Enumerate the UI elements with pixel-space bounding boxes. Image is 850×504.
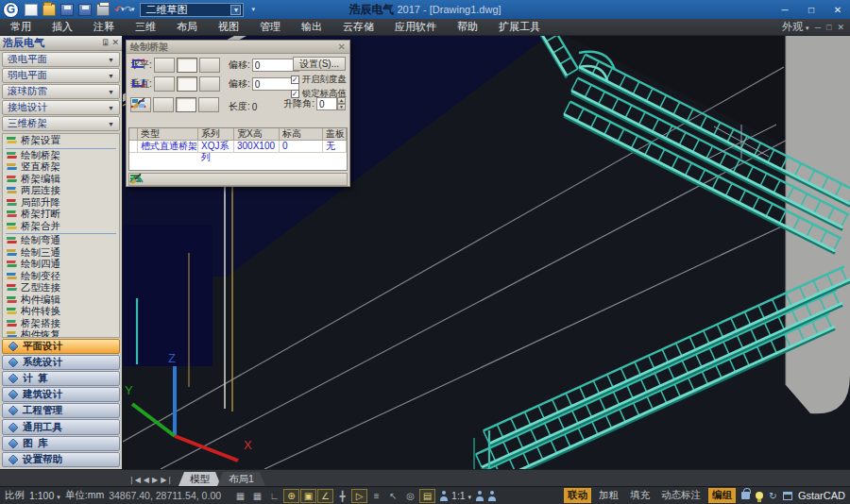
menu-云存储[interactable]: 云存储 <box>332 19 384 35</box>
tool-构件转换[interactable]: 构件转换 <box>3 306 119 318</box>
toggle-填充[interactable]: 填充 <box>626 488 654 503</box>
category-设置帮助[interactable]: 设置帮助 <box>2 452 120 467</box>
dialog-close-icon[interactable]: ✕ <box>338 42 346 52</box>
palette-dropdown-接地设计[interactable]: 接地设计▼ <box>2 100 120 115</box>
minimize-button[interactable]: ─ <box>773 1 797 18</box>
doc-close-button[interactable]: ✕ <box>837 23 844 32</box>
ucs-icon[interactable]: ╋ <box>334 489 350 503</box>
app-logo-icon[interactable]: G <box>3 2 19 18</box>
osnap-icon[interactable]: ▣ <box>300 489 316 503</box>
plot-icon[interactable] <box>96 4 110 16</box>
scale-selector[interactable]: 1:100 ▾ <box>29 490 60 501</box>
menu-注释[interactable]: 注释 <box>83 19 125 35</box>
doc-restore-button[interactable]: □ <box>826 23 831 32</box>
dial-checkbox-row[interactable]: ✓ 开启刻度盘 <box>291 74 348 86</box>
v-align-center-button[interactable] <box>177 76 197 92</box>
polar-icon[interactable]: ⊕ <box>283 489 299 503</box>
workspace-combobox[interactable]: 二维草图 ▼ <box>140 3 244 17</box>
menu-常用[interactable]: 常用 <box>0 19 42 35</box>
tool-局部升降[interactable]: 局部升降 <box>3 197 119 210</box>
h-align-right-button[interactable] <box>199 58 220 73</box>
dyn-input-icon[interactable]: ▷ <box>351 489 367 503</box>
annotation-auto-icon[interactable] <box>475 491 484 501</box>
toggle-动态标注[interactable]: 动态标注 <box>657 488 705 503</box>
menu-输出[interactable]: 输出 <box>291 19 332 35</box>
new-icon[interactable] <box>25 4 38 16</box>
maximize-button[interactable]: □ <box>799 1 824 18</box>
match-brush-button[interactable] <box>198 97 219 112</box>
tool-乙型连接[interactable]: 乙型连接 <box>3 282 119 294</box>
v-align-left-button[interactable] <box>154 76 175 92</box>
h-align-center-button[interactable] <box>177 58 197 73</box>
zoom-icon[interactable]: ◎ <box>402 489 418 503</box>
snap-icon[interactable]: ▦ <box>249 489 265 503</box>
open-icon[interactable] <box>42 4 56 16</box>
category-建筑设计[interactable]: 建筑设计 <box>2 387 120 402</box>
category-通用工具[interactable]: 通用工具 <box>2 419 120 434</box>
angle-input[interactable] <box>316 97 337 110</box>
menu-布局[interactable]: 布局 <box>166 19 208 35</box>
save-icon[interactable] <box>60 4 74 16</box>
table-row[interactable]: 槽式直通桥架XQJ系列300X1000无 <box>129 141 347 153</box>
annotation-scale-selector[interactable]: 1:1 ▾ <box>451 490 471 501</box>
toolbar-overflow-icon[interactable]: ▾ <box>251 6 255 13</box>
offset-h-input[interactable] <box>252 59 299 72</box>
toggle-编组[interactable]: 编组 <box>708 488 736 503</box>
grid-icon[interactable]: ▦ <box>232 489 248 503</box>
tool-桥架合并[interactable]: 桥架合并 <box>3 221 119 233</box>
toggle-联动[interactable]: 联动 <box>564 488 591 503</box>
fullscreen-icon[interactable] <box>783 492 792 500</box>
tool-两层连接[interactable]: 两层连接 <box>3 185 119 197</box>
tool-构件恢复[interactable]: 构件恢复 <box>3 329 119 338</box>
tool-绘制三通[interactable]: 绘制三通 <box>3 247 119 260</box>
annotation-add-icon[interactable] <box>487 491 496 501</box>
tool-绘制四通[interactable]: 绘制四通 <box>3 259 119 271</box>
save-as-icon[interactable] <box>78 4 92 16</box>
category-计算[interactable]: 计 算 <box>2 371 120 386</box>
combobox-arrow-icon[interactable]: ▼ <box>230 5 241 15</box>
fall-mode-button[interactable] <box>153 97 174 112</box>
palette-dropdown-强电平面[interactable]: 强电平面▼ <box>2 52 120 67</box>
doc-minimize-button[interactable]: ─ <box>815 23 821 32</box>
palette-dropdown-弱电平面[interactable]: 弱电平面▼ <box>2 68 120 83</box>
settings-button[interactable]: 设置(S)... <box>293 57 346 71</box>
menu-视图[interactable]: 视图 <box>208 19 249 35</box>
lineweight-icon[interactable]: ≡ <box>368 489 384 503</box>
row-selector[interactable] <box>129 141 138 153</box>
grid-mode-button[interactable] <box>176 97 196 112</box>
tool-绘制变径[interactable]: 绘制变径 <box>3 271 119 283</box>
appearance-menu[interactable]: 外观 ▾ <box>782 20 809 34</box>
tool-绘制桥架[interactable]: 绘制桥架 <box>3 150 119 162</box>
tool-桥架编辑[interactable]: 桥架编辑 <box>3 174 119 186</box>
tool-桥架搭接[interactable]: 桥架搭接 <box>3 318 119 330</box>
toolbar-lock-icon[interactable] <box>741 492 750 499</box>
otrack-icon[interactable]: ∠ <box>317 489 333 503</box>
tool-竖直桥架[interactable]: 竖直桥架 <box>3 161 119 174</box>
viewport-canvas[interactable]: ZXY 绘制桥架 ✕ 水平: 偏移: 设置 <box>123 36 850 469</box>
v-align-right-button[interactable] <box>199 76 220 92</box>
category-平面设计[interactable]: 平面设计 <box>2 339 120 354</box>
clean-screen-icon[interactable] <box>756 492 763 499</box>
dial-checkbox[interactable]: ✓ <box>291 76 299 84</box>
angle-spin-up-icon[interactable]: ▲ <box>337 97 346 104</box>
last-tab-icon[interactable]: ▶❘ <box>161 476 173 484</box>
menu-应用软件[interactable]: 应用软件 <box>384 19 447 35</box>
menu-三维[interactable]: 三维 <box>125 19 166 35</box>
close-button[interactable]: ✕ <box>825 1 850 18</box>
menu-管理[interactable]: 管理 <box>249 19 291 35</box>
menu-插入[interactable]: 插入 <box>42 19 83 35</box>
first-tab-icon[interactable]: ❘◀ <box>128 476 141 484</box>
pin-icon[interactable]: ⍗ <box>103 38 108 48</box>
menu-帮助[interactable]: 帮助 <box>447 19 488 35</box>
properties-icon[interactable]: ▤ <box>419 489 435 503</box>
redo-dropdown-icon[interactable]: ▾ <box>131 6 135 13</box>
category-工程管理[interactable]: 工程管理 <box>2 403 120 418</box>
sync-icon[interactable]: ↻ <box>769 490 777 501</box>
tool-桥架设置[interactable]: 桥架设置 <box>3 135 119 147</box>
h-align-left-button[interactable] <box>154 58 175 73</box>
angle-spin-down-icon[interactable]: ▼ <box>337 104 346 110</box>
tool-构件编辑[interactable]: 构件编辑 <box>3 294 119 307</box>
tab-model[interactable]: 模型 <box>178 472 221 486</box>
tool-桥架打断[interactable]: 桥架打断 <box>3 209 119 221</box>
annotation-visibility-icon[interactable] <box>439 491 448 501</box>
